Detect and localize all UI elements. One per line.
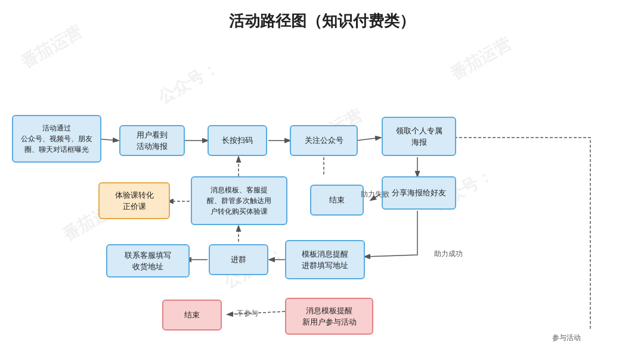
box-activity-exposure: 活动通过公众号、视频号、朋友圈、聊天对话框曝光 bbox=[12, 115, 101, 163]
label-help-fail: 助力失败 bbox=[361, 189, 389, 200]
box-trial-to-paid: 体验课转化正价课 bbox=[98, 182, 170, 219]
label-not-participate: ←不参与 bbox=[230, 308, 258, 319]
box-share-poster-friend: 分享海报给好友 bbox=[382, 176, 456, 210]
box-long-press-scan: 长按扫码 bbox=[208, 125, 267, 156]
box-follow-official-account: 关注公众号 bbox=[290, 125, 358, 156]
box-contact-service-address: 联系客服填写收货地址 bbox=[106, 244, 190, 278]
page-title: 活动路径图（知识付费类） bbox=[0, 0, 644, 38]
box-get-personal-poster: 领取个人专属海报 bbox=[382, 117, 456, 156]
box-template-msg-group: 模板消息提醒进群填写地址 bbox=[285, 240, 365, 279]
box-end-2: 结束 bbox=[162, 300, 222, 331]
box-join-group: 进群 bbox=[209, 244, 268, 275]
box-end-1: 结束 bbox=[310, 185, 364, 216]
box-message-template-touch: 消息模板、客服提醒、群管多次触达用户转化购买体验课 bbox=[191, 176, 287, 225]
svg-line-3 bbox=[357, 138, 380, 141]
box-new-user-join-activity: 消息模板提醒新用户参与活动 bbox=[285, 298, 373, 335]
label-help-success: 助力成功 bbox=[434, 249, 463, 259]
label-participate-activity: 参与活动 bbox=[552, 333, 581, 343]
diagram-area: 活动通过公众号、视频号、朋友圈、聊天对话框曝光 用户看到活动海报 长按扫码 关注… bbox=[6, 38, 638, 329]
box-user-see-poster: 用户看到活动海报 bbox=[119, 125, 185, 156]
